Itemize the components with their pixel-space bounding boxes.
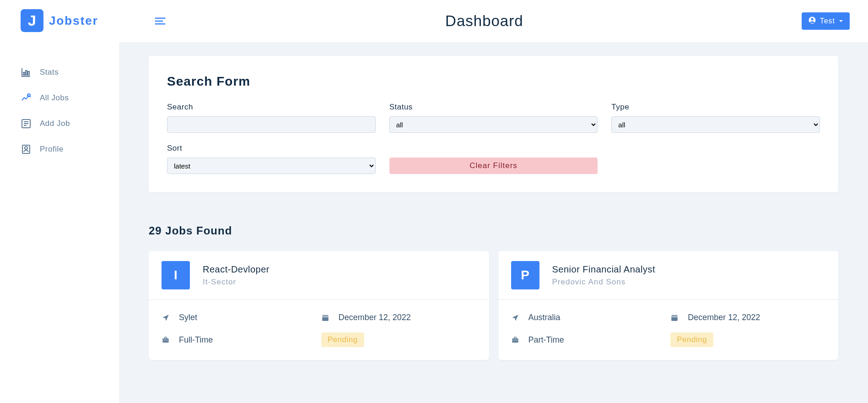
svg-rect-2: [28, 71, 29, 75]
bar-chart-icon: [21, 67, 32, 78]
status-badge: Pending: [321, 332, 364, 347]
user-menu-button[interactable]: Test: [802, 12, 850, 30]
user-circle-icon: [808, 16, 816, 26]
caret-down-icon: [839, 17, 843, 25]
clear-filters-button[interactable]: Clear Filters: [389, 158, 598, 174]
nav-label: All Jobs: [40, 93, 69, 103]
status-label: Status: [389, 103, 598, 112]
svg-rect-11: [672, 315, 678, 321]
results-count: 29 Jobs Found: [149, 224, 838, 237]
status-field: Status all: [389, 103, 598, 133]
sort-label: Sort: [167, 144, 376, 153]
job-date: December 12, 2022: [670, 313, 825, 322]
svg-point-8: [811, 18, 813, 20]
nav: Stats All Jobs Add Job Profile: [0, 60, 119, 162]
type-label: Type: [611, 103, 820, 112]
job-company: It-Sector: [203, 278, 270, 287]
job-card: I React-Devloper It-Sector Sylet Decembe…: [149, 251, 489, 360]
briefcase-icon: [162, 336, 171, 344]
svg-rect-1: [26, 71, 27, 75]
calendar-icon: [670, 314, 679, 322]
profile-icon: [21, 144, 32, 155]
job-title: Senior Financial Analyst: [552, 264, 655, 275]
briefcase-icon: [511, 336, 520, 344]
sidebar-item-all-jobs[interactable]: All Jobs: [21, 85, 119, 111]
search-field: Search: [167, 103, 376, 133]
calendar-icon: [321, 314, 330, 322]
search-form-card: Search Form Search Status all Type all: [149, 56, 838, 192]
sidebar-item-profile[interactable]: Profile: [21, 136, 119, 162]
nav-label: Add Job: [40, 119, 70, 128]
content: Search Form Search Status all Type all: [119, 42, 868, 403]
nav-label: Stats: [40, 68, 59, 77]
sort-select[interactable]: latest: [167, 158, 376, 174]
location-arrow-icon: [511, 314, 520, 322]
main: Dashboard Test Search Form Search Status: [119, 0, 868, 403]
status-badge: Pending: [670, 332, 713, 347]
svg-point-6: [25, 147, 27, 149]
search-input[interactable]: [167, 116, 376, 133]
job-title: React-Devloper: [203, 264, 270, 275]
search-form-title: Search Form: [167, 74, 820, 89]
search-label: Search: [167, 103, 376, 112]
user-label: Test: [820, 17, 835, 25]
topbar: Dashboard Test: [119, 0, 868, 42]
job-company: Predovic And Sons: [552, 278, 655, 287]
svg-rect-10: [162, 338, 169, 343]
job-card: P Senior Financial Analyst Predovic And …: [498, 251, 839, 360]
logo-text: Jobster: [49, 14, 98, 28]
status-select[interactable]: all: [389, 116, 598, 133]
job-date: December 12, 2022: [321, 313, 476, 322]
job-avatar: I: [162, 261, 190, 289]
sidebar-item-stats[interactable]: Stats: [21, 60, 119, 85]
job-avatar: P: [511, 261, 539, 289]
svg-rect-0: [23, 72, 25, 75]
job-type: Part-Time: [511, 332, 666, 347]
job-type: Full-Time: [162, 332, 317, 347]
type-field: Type all: [611, 103, 820, 133]
job-location: Australia: [511, 313, 666, 322]
svg-rect-9: [322, 315, 329, 321]
job-location: Sylet: [162, 313, 317, 322]
svg-rect-12: [512, 338, 518, 343]
logo[interactable]: J Jobster: [0, 9, 119, 32]
menu-toggle-icon[interactable]: [153, 14, 167, 28]
jobs-grid: I React-Devloper It-Sector Sylet Decembe…: [149, 251, 838, 360]
sort-field: Sort latest: [167, 144, 376, 174]
logo-icon: J: [21, 9, 43, 32]
sidebar-item-add-job[interactable]: Add Job: [21, 111, 119, 136]
sidebar: J Jobster Stats All Jobs Add Job Profil: [0, 0, 119, 403]
page-title: Dashboard: [445, 12, 523, 30]
form-icon: [21, 118, 32, 129]
type-select[interactable]: all: [611, 116, 820, 133]
location-arrow-icon: [162, 314, 171, 322]
nav-label: Profile: [40, 145, 64, 154]
search-chart-icon: [21, 93, 32, 103]
